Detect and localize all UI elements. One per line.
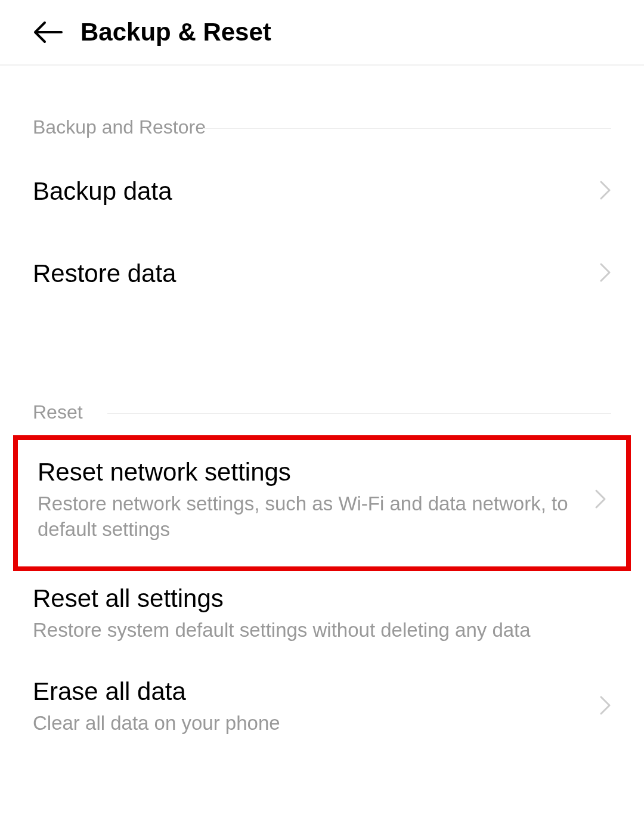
section-header-backup: Backup and Restore [0,66,644,150]
backup-data-item[interactable]: Backup data [0,150,644,233]
reset-all-settings-item[interactable]: Reset all settings Restore system defaul… [0,571,644,656]
chevron-right-icon [599,180,611,203]
content: Backup and Restore Backup data Restore d… [0,66,644,757]
page-title: Backup & Reset [80,18,271,47]
chevron-right-icon [595,489,606,512]
chevron-right-icon [599,695,611,718]
chevron-right-icon [599,262,611,285]
erase-all-title: Erase all data [33,677,593,706]
reset-all-title: Reset all settings [33,584,611,613]
backup-data-title: Backup data [33,177,593,206]
arrow-left-icon[interactable] [33,20,63,44]
header: Backup & Reset [0,0,644,66]
reset-network-subtitle: Restore network settings, such as Wi-Fi … [38,491,589,543]
restore-data-title: Restore data [33,259,593,288]
reset-network-settings-item[interactable]: Reset network settings Restore network s… [13,435,631,571]
reset-all-subtitle: Restore system default settings without … [33,618,611,643]
section-header-reset: Reset [0,351,644,435]
erase-all-subtitle: Clear all data on your phone [33,711,593,736]
restore-data-item[interactable]: Restore data [0,233,644,315]
reset-network-title: Reset network settings [38,458,589,487]
erase-all-data-item[interactable]: Erase all data Clear all data on your ph… [0,656,644,757]
